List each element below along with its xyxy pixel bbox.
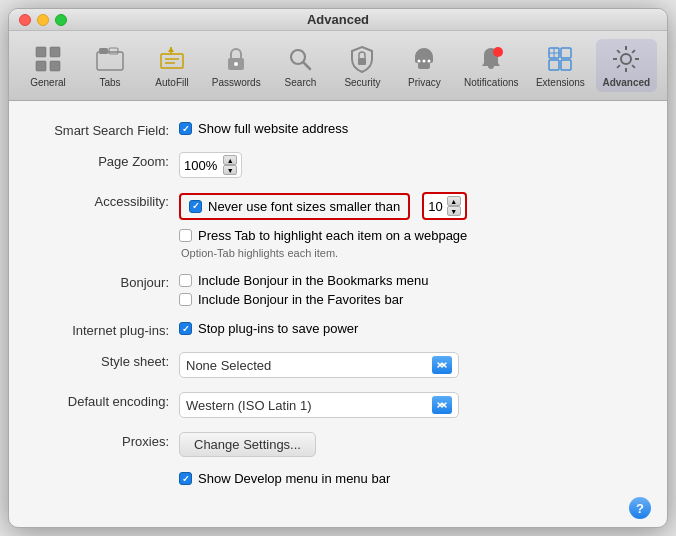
toolbar: General Tabs bbox=[9, 31, 667, 101]
autofill-label: AutoFill bbox=[155, 77, 188, 88]
bonjour-bookmarks-row: Include Bonjour in the Bookmarks menu bbox=[179, 273, 429, 288]
privacy-icon bbox=[408, 43, 440, 75]
page-zoom-control: 100% ▲ ▼ bbox=[179, 152, 242, 178]
toolbar-item-tabs[interactable]: Tabs bbox=[81, 39, 139, 92]
smart-search-label: Smart Search Field: bbox=[39, 121, 179, 138]
notifications-label: Notifications bbox=[464, 77, 518, 88]
default-encoding-control: Western (ISO Latin 1) bbox=[179, 392, 459, 418]
svg-rect-23 bbox=[561, 60, 571, 70]
advanced-label: Advanced bbox=[602, 77, 650, 88]
tabs-label: Tabs bbox=[99, 77, 120, 88]
style-sheet-value: None Selected bbox=[186, 358, 428, 373]
default-encoding-value: Western (ISO Latin 1) bbox=[186, 398, 428, 413]
style-sheet-select[interactable]: None Selected bbox=[179, 352, 459, 378]
bonjour-control: Include Bonjour in the Bookmarks menu In… bbox=[179, 273, 429, 307]
internet-plugins-control-row: Stop plug-ins to save power bbox=[179, 321, 358, 336]
svg-point-26 bbox=[621, 54, 631, 64]
bonjour-bookmarks-checkbox[interactable] bbox=[179, 274, 192, 287]
svg-point-12 bbox=[234, 62, 238, 66]
help-button[interactable]: ? bbox=[629, 497, 651, 519]
toolbar-item-search[interactable]: Search bbox=[271, 39, 329, 92]
develop-text: Show Develop menu in menu bar bbox=[198, 471, 390, 486]
internet-plugins-checkbox[interactable] bbox=[179, 322, 192, 335]
font-size-box: 10 ▲ ▼ bbox=[422, 192, 466, 220]
zoom-up-btn[interactable]: ▲ bbox=[223, 155, 237, 165]
close-button[interactable] bbox=[19, 14, 31, 26]
bonjour-favorites-checkbox[interactable] bbox=[179, 293, 192, 306]
toolbar-item-general[interactable]: General bbox=[19, 39, 77, 92]
svg-rect-6 bbox=[109, 48, 118, 54]
minimize-button[interactable] bbox=[37, 14, 49, 26]
toolbar-item-autofill[interactable]: AutoFill bbox=[143, 39, 201, 92]
option-tab-hint: Option-Tab highlights each item. bbox=[181, 247, 338, 259]
titlebar: Advanced bbox=[9, 9, 667, 31]
advanced-icon bbox=[610, 43, 642, 75]
passwords-icon bbox=[220, 43, 252, 75]
page-zoom-row: Page Zoom: 100% ▲ ▼ bbox=[39, 152, 637, 178]
svg-rect-5 bbox=[99, 48, 108, 54]
toolbar-item-passwords[interactable]: Passwords bbox=[205, 39, 267, 92]
svg-point-17 bbox=[423, 60, 426, 63]
internet-plugins-control: Stop plug-ins to save power bbox=[179, 321, 358, 336]
bonjour-bookmarks-text: Include Bonjour in the Bookmarks menu bbox=[198, 273, 429, 288]
font-size-stepper[interactable]: ▲ ▼ bbox=[447, 196, 461, 216]
option-tab-row: Option-Tab highlights each item. bbox=[179, 247, 467, 259]
bottom-bar: ? bbox=[9, 489, 667, 527]
develop-checkbox[interactable] bbox=[179, 472, 192, 485]
toolbar-item-extensions[interactable]: Extensions bbox=[529, 39, 591, 92]
font-size-value: 10 bbox=[428, 199, 442, 214]
svg-line-32 bbox=[632, 65, 635, 68]
maximize-button[interactable] bbox=[55, 14, 67, 26]
svg-rect-2 bbox=[36, 61, 46, 71]
default-encoding-select[interactable]: Western (ISO Latin 1) bbox=[179, 392, 459, 418]
font-size-down-btn[interactable]: ▼ bbox=[447, 206, 461, 216]
autofill-icon bbox=[156, 43, 188, 75]
tab-highlight-row: Press Tab to highlight each item on a we… bbox=[179, 228, 467, 243]
zoom-down-btn[interactable]: ▼ bbox=[223, 165, 237, 175]
style-sheet-arrow bbox=[432, 356, 452, 374]
accessibility-label: Accessibility: bbox=[39, 192, 179, 209]
zoom-stepper[interactable]: ▲ ▼ bbox=[223, 155, 237, 175]
general-label: General bbox=[30, 77, 66, 88]
traffic-lights bbox=[19, 14, 67, 26]
style-sheet-label: Style sheet: bbox=[39, 352, 179, 369]
svg-rect-22 bbox=[549, 60, 559, 70]
default-encoding-label: Default encoding: bbox=[39, 392, 179, 409]
general-icon bbox=[32, 43, 64, 75]
svg-point-18 bbox=[428, 60, 431, 63]
page-zoom-control-row: 100% ▲ ▼ bbox=[179, 152, 242, 178]
bonjour-favorites-row: Include Bonjour in the Favorites bar bbox=[179, 292, 429, 307]
privacy-label: Privacy bbox=[408, 77, 441, 88]
tab-highlight-text: Press Tab to highlight each item on a we… bbox=[198, 228, 467, 243]
accessibility-checkbox[interactable] bbox=[189, 200, 202, 213]
smart-search-text: Show full website address bbox=[198, 121, 348, 136]
svg-line-14 bbox=[304, 63, 311, 70]
toolbar-item-security[interactable]: Security bbox=[333, 39, 391, 92]
svg-rect-3 bbox=[50, 61, 60, 71]
bonjour-row: Bonjour: Include Bonjour in the Bookmark… bbox=[39, 273, 637, 307]
accessibility-row: Accessibility: Never use font sizes smal… bbox=[39, 192, 637, 259]
develop-control: Show Develop menu in menu bar bbox=[179, 471, 390, 486]
smart-search-control-row: Show full website address bbox=[179, 121, 348, 136]
font-size-up-btn[interactable]: ▲ bbox=[447, 196, 461, 206]
toolbar-item-notifications[interactable]: Notifications bbox=[457, 39, 525, 92]
search-icon bbox=[284, 43, 316, 75]
smart-search-checkbox[interactable] bbox=[179, 122, 192, 135]
smart-search-control: Show full website address bbox=[179, 121, 348, 136]
toolbar-item-privacy[interactable]: Privacy bbox=[395, 39, 453, 92]
tab-highlight-checkbox[interactable] bbox=[179, 229, 192, 242]
svg-rect-0 bbox=[36, 47, 46, 57]
proxies-control: Change Settings... bbox=[179, 432, 316, 457]
style-sheet-control: None Selected bbox=[179, 352, 459, 378]
toolbar-item-advanced[interactable]: Advanced bbox=[596, 39, 657, 92]
proxies-label: Proxies: bbox=[39, 432, 179, 449]
zoom-select[interactable]: 100% ▲ ▼ bbox=[179, 152, 242, 178]
notifications-icon bbox=[475, 43, 507, 75]
style-sheet-row: Style sheet: None Selected bbox=[39, 352, 637, 378]
svg-point-16 bbox=[418, 60, 421, 63]
proxies-row: Proxies: Change Settings... bbox=[39, 432, 637, 457]
default-encoding-row: Default encoding: Western (ISO Latin 1) bbox=[39, 392, 637, 418]
bonjour-favorites-text: Include Bonjour in the Favorites bar bbox=[198, 292, 403, 307]
svg-rect-4 bbox=[97, 52, 123, 70]
change-settings-button[interactable]: Change Settings... bbox=[179, 432, 316, 457]
